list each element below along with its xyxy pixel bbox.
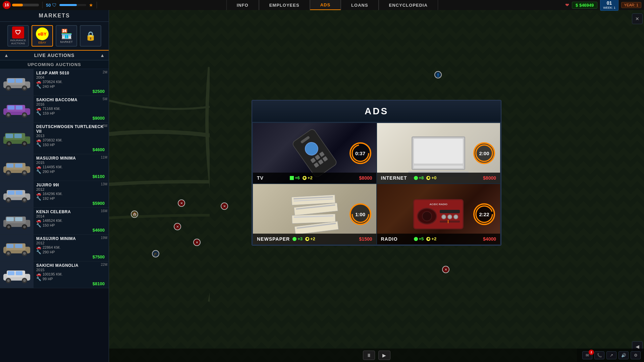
- nav-ads[interactable]: ADS: [310, 0, 341, 10]
- car-bid-2: 5M: [103, 97, 107, 101]
- svg-point-45: [23, 226, 26, 228]
- car-info-4: MASUJIRO MINIMA 2015 🚗 114495 KM. 🔧 290 …: [34, 154, 109, 181]
- ad-stat1-val-radio: +5: [419, 236, 424, 241]
- car-item-1[interactable]: LEAP AMR 5010 2004 🚗 370624 KM. 🔧 240 HP…: [0, 69, 109, 96]
- week-label: WEEK: 1: [603, 6, 615, 10]
- live-auctions-collapse[interactable]: ▲: [4, 53, 9, 58]
- live-auctions-expand[interactable]: ▲: [100, 53, 105, 58]
- svg-rect-22: [6, 134, 13, 138]
- car-icon-6: 🚗: [36, 218, 41, 223]
- level-badge: 16: [3, 1, 11, 9]
- nav-employees[interactable]: EMPLOYEES: [259, 0, 310, 10]
- car-hp-row-8: 🔧 99 HP: [36, 277, 106, 281]
- svg-point-59: [7, 279, 10, 282]
- car-bid-5: 13M: [101, 182, 107, 186]
- car-price-8: $8100: [36, 281, 106, 286]
- ad-stat1-val-newspaper: +3: [298, 236, 303, 241]
- ad-name-internet: INTERNET: [381, 175, 411, 181]
- car-item-2[interactable]: SAKICHI BACCOMA 2016 🚗 71168 KM. 🔧 159 H…: [0, 96, 109, 123]
- svg-rect-23: [14, 134, 22, 138]
- ad-bottom-tv: TV +6 ★ +2 $8000: [253, 173, 376, 183]
- ad-stat2-val-tv: +2: [308, 175, 313, 180]
- svg-point-67: [476, 206, 492, 222]
- ad-card-newspaper[interactable]: 1:00 NEWSPAPER +3 ★ +2 $1500: [253, 184, 377, 245]
- shield-bar: [59, 4, 86, 6]
- car-thumbnail-7: [0, 235, 34, 261]
- newspaper-stack: [291, 194, 338, 234]
- svg-point-37: [23, 199, 26, 201]
- ad-timer-newspaper: 1:00: [350, 203, 371, 225]
- car-year-3: 2013: [36, 134, 106, 138]
- news-line-4: [294, 215, 333, 218]
- radio-knob-1: [441, 215, 446, 219]
- mail-notification: 2: [589, 350, 594, 355]
- nav-loans[interactable]: LOANS: [341, 0, 379, 10]
- car-price-7: $7500: [36, 254, 106, 259]
- nav-info[interactable]: INFO: [226, 0, 259, 10]
- laptop-visual: [412, 136, 465, 170]
- play-btn[interactable]: ▶: [378, 351, 390, 360]
- svg-rect-30: [7, 164, 13, 168]
- svg-point-29: [23, 172, 26, 174]
- volume-btn[interactable]: 🔊: [619, 351, 629, 359]
- remote-btn-sm-2: [315, 154, 320, 160]
- car-hp-7: 290 HP: [43, 250, 55, 254]
- car-bid-8: 22M: [101, 263, 107, 266]
- car-item-4[interactable]: MASUJIRO MINIMA 2015 🚗 114495 KM. 🔧 290 …: [0, 154, 109, 181]
- week-number: 01: [607, 0, 612, 6]
- car-name-1: LEAP AMR 5010: [36, 71, 106, 75]
- car-item-8[interactable]: SAKICHI MAGNOLIA 2015 🚗 100195 KM. 🔧 99 …: [0, 261, 109, 288]
- remote-visual: [296, 128, 333, 177]
- car-icons-row-6: 🚗 148524 KM.: [36, 218, 106, 223]
- car-icon-8: 🚗: [36, 272, 41, 277]
- ad-name-newspaper: NEWSPAPER: [257, 236, 290, 242]
- car-price-5: $5900: [36, 201, 106, 206]
- upcoming-auctions-header: UPCOMING AUCTIONS: [0, 60, 109, 69]
- car-item-3[interactable]: DEUTSCHWOGEN TURTLENECK VII 2013 🚗 37083…: [0, 123, 109, 154]
- markets-header: MARKETS: [0, 10, 109, 22]
- ad-stat2-val-internet: +0: [431, 175, 436, 180]
- ad-price-internet: $8000: [483, 175, 496, 181]
- shield-count: 50: [46, 3, 51, 8]
- ad-card-radio[interactable]: AC/DC RADIO: [377, 184, 501, 245]
- star-dot-tv: ★: [303, 176, 307, 180]
- car-name-5: JUJIRO 99I: [36, 183, 106, 187]
- phone-btn[interactable]: 📞: [594, 351, 604, 359]
- car-list[interactable]: LEAP AMR 5010 2004 🚗 370624 KM. 🔧 240 HP…: [0, 69, 109, 362]
- car-item-5[interactable]: JUJIRO 99I 2012 🚗 164296 KM. 🔧 192 HP $5…: [0, 181, 109, 208]
- car-hp-row-5: 🔧 192 HP: [36, 196, 106, 201]
- market-icon-ebay[interactable]: eBY EBAY: [32, 25, 53, 47]
- nav-encyclopedia[interactable]: ENCYCLOPEDIA: [379, 0, 438, 10]
- car-info-5: JUJIRO 99I 2012 🚗 164296 KM. 🔧 192 HP $5…: [34, 181, 109, 207]
- settings-btn[interactable]: ⚙: [631, 351, 641, 359]
- ad-card-tv[interactable]: 0:37 TV +6 ★ +2 $8000: [253, 123, 377, 184]
- remote-control: [291, 127, 338, 178]
- green-dot-internet: [414, 176, 418, 180]
- car-year-8: 2015: [36, 268, 106, 272]
- car-info-2: SAKICHI BACCOMA 2016 🚗 71168 KM. 🔧 159 H…: [34, 96, 109, 122]
- ad-bottom-radio: RADIO +5 ★ +2 $4000: [377, 234, 500, 244]
- star-dot-internet: ★: [426, 176, 430, 180]
- car-item-6[interactable]: KENJI CELEBRA 2014 🚗 148524 KM. 🔧 150 HP…: [0, 208, 109, 235]
- close-map-btn[interactable]: ✕: [632, 13, 643, 24]
- pause-btn[interactable]: ⏸: [363, 351, 375, 360]
- insurance-label: INSURANCEAUCTIONS: [10, 39, 26, 45]
- svg-rect-63: [16, 271, 22, 275]
- car-name-2: SAKICHI BACCOMA: [36, 98, 106, 102]
- ad-card-internet[interactable]: 2:00 INTERNET +8 ★ +0 $8000: [377, 123, 501, 184]
- car-km-2: 71168 KM.: [43, 107, 60, 111]
- lock-symbol: 🔒: [85, 31, 96, 41]
- share-btn[interactable]: ↗: [606, 351, 616, 359]
- market-icon-insurance[interactable]: 🛡 INSURANCEAUCTIONS: [7, 25, 29, 47]
- svg-rect-6: [8, 79, 14, 83]
- market-icon-locked[interactable]: 🔒: [80, 25, 101, 47]
- wrench-icon-5: 🔧: [36, 196, 41, 201]
- market-icon-market[interactable]: 🏪 MARKET: [56, 25, 77, 47]
- svg-point-66: [352, 206, 368, 222]
- car-item-7[interactable]: MASUJIRO MINIMA 2012 🚗 22864 KM. 🔧 290 H…: [0, 235, 109, 261]
- mail-btn-container: ✉ 2: [582, 351, 592, 359]
- svg-point-19: [8, 142, 10, 145]
- radio-knob-3: [453, 215, 458, 219]
- svg-point-13: [23, 114, 26, 116]
- car-bid-3: 8M: [103, 124, 107, 128]
